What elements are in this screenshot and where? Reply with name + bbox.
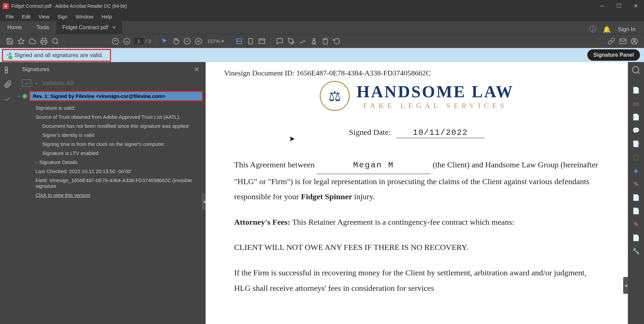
link-icon[interactable] <box>607 37 616 46</box>
create-pdf-icon[interactable]: 📄 <box>631 112 641 122</box>
panel-collapse-handle[interactable]: ◀ <box>202 193 206 210</box>
save-icon[interactable] <box>5 37 14 46</box>
stamp-icon[interactable] <box>309 37 319 46</box>
profile-icon[interactable] <box>630 37 639 46</box>
notification-icon[interactable]: 🔔 <box>603 25 611 34</box>
comment-icon[interactable] <box>275 37 284 46</box>
menu-window[interactable]: Window <box>71 12 97 21</box>
minimize-button[interactable]: ─ <box>594 0 610 12</box>
zoom-dropdown-icon[interactable]: ▾ <box>221 38 224 44</box>
convert-icon[interactable]: 📄 <box>631 233 641 242</box>
right-panel-collapse-handle[interactable]: ◀ <box>623 277 628 294</box>
svg-point-2 <box>53 38 58 43</box>
signature-details-toggle[interactable]: Signature Details <box>19 158 203 167</box>
combine-files-icon[interactable]: 📑 <box>631 139 641 149</box>
svg-line-3 <box>57 43 58 44</box>
thumbnails-icon[interactable] <box>4 66 12 74</box>
toolbar: 1 / 2 107% ▾ <box>0 34 644 48</box>
page-up-icon[interactable] <box>111 37 120 46</box>
cloud-icon[interactable] <box>28 37 37 46</box>
svg-rect-13 <box>249 38 253 44</box>
menu-file[interactable]: File <box>2 12 18 21</box>
search-tool-icon[interactable] <box>631 65 641 75</box>
menu-view[interactable]: View <box>35 12 53 21</box>
document-viewport[interactable]: Vinesign Document ID: 1656E487-0E78-4384… <box>206 62 628 324</box>
edit-pdf-icon[interactable]: ▭ <box>631 99 641 108</box>
sig-detail: Last Checked: 2022.10.11 20:13:50 -04'00… <box>19 167 203 176</box>
sig-detail: Signer's identity is valid <box>19 130 203 140</box>
tab-home[interactable]: Home <box>0 21 29 34</box>
close-button[interactable]: ✕ <box>627 0 644 12</box>
svg-marker-0 <box>18 38 24 44</box>
sig-detail: Source of Trust obtained from Adobe Appr… <box>19 112 203 121</box>
protect-icon[interactable]: 📄 <box>631 193 641 202</box>
menu-sign[interactable]: Sign <box>53 12 71 21</box>
more-tools-icon[interactable]: ✎ <box>631 220 641 229</box>
view-version-link[interactable]: Click to view this version <box>19 191 203 200</box>
settings-icon[interactable]: 🔧 <box>631 247 641 256</box>
redact-icon[interactable]: ✎ <box>631 179 641 189</box>
signature-revision-row[interactable]: › ✓ Rev. 1: Signed by Filevine <vinesign… <box>19 91 203 101</box>
sign-icon[interactable] <box>298 37 307 46</box>
sig-detail: Document has not been modified since thi… <box>19 121 203 130</box>
signatures-panel: Signatures ✕ ▭ ▾ Validate All › ✓ Rev. 1… <box>16 62 206 324</box>
tab-tools[interactable]: Tools <box>29 21 56 34</box>
signatures-panel-icon[interactable] <box>4 94 12 102</box>
search-icon[interactable] <box>51 37 60 46</box>
help-icon[interactable]: ⓘ <box>589 25 596 34</box>
tab-document[interactable]: Fidget Contract.pdf ✕ <box>56 21 122 34</box>
fit-page-icon[interactable] <box>246 37 255 46</box>
maximize-button[interactable]: ☐ <box>610 0 627 12</box>
panel-close-icon[interactable]: ✕ <box>194 65 200 73</box>
page-total: / 2 <box>146 38 151 44</box>
fill-sign-icon[interactable]: 📄 <box>631 206 641 216</box>
comment-tool-icon[interactable]: 💬 <box>631 126 641 135</box>
zoom-out-icon[interactable] <box>182 37 192 46</box>
validate-dropdown-icon[interactable]: ▾ <box>36 82 37 85</box>
menu-help[interactable]: Help <box>98 12 116 21</box>
validate-options-icon[interactable]: ▭ <box>22 79 31 87</box>
agreement-body: This Agreement between Megan M (the Clie… <box>224 157 609 296</box>
tab-close-icon[interactable]: ✕ <box>112 25 116 30</box>
sign-in-button[interactable]: Sign In <box>618 26 636 33</box>
validate-all-row[interactable]: ▭ ▾ Validate All <box>16 77 206 90</box>
compress-pdf-icon[interactable]: ◈ <box>631 166 641 175</box>
export-pdf-icon[interactable]: 📄 <box>631 86 641 95</box>
chevron-down-icon[interactable]: › <box>17 95 22 97</box>
svg-rect-1 <box>42 42 46 44</box>
body-text: injury. <box>352 192 375 201</box>
print-icon[interactable] <box>39 37 49 46</box>
signature-status-bar: ✓ Signed and all signatures are valid. S… <box>0 48 644 62</box>
svg-point-16 <box>313 38 315 40</box>
read-mode-icon[interactable] <box>257 37 267 46</box>
delete-icon[interactable] <box>321 37 330 46</box>
svg-rect-20 <box>5 67 7 70</box>
svg-point-4 <box>112 38 118 44</box>
rotate-icon[interactable] <box>332 37 341 46</box>
menu-edit[interactable]: Edit <box>18 12 35 21</box>
page-indicator: 1 / 2 <box>133 37 151 45</box>
signature-valid-icon: ✓ <box>6 52 12 59</box>
sig-detail: Signature is LTV enabled <box>19 149 203 158</box>
main-area: Signatures ✕ ▭ ▾ Validate All › ✓ Rev. 1… <box>0 62 644 324</box>
svg-point-5 <box>124 38 130 44</box>
signature-panel-button[interactable]: Signature Panel <box>587 49 640 61</box>
highlight-icon[interactable] <box>286 37 296 46</box>
sig-detail: Field: Vinesign_1656E487-0E78-4384-A338-… <box>19 176 203 191</box>
email-icon[interactable] <box>618 37 628 46</box>
firm-title: HANDSOME LAW <box>357 82 514 101</box>
zoom-in-icon[interactable] <box>194 37 203 46</box>
document-id: Vinesign Document ID: 1656E487-0E78-4384… <box>224 69 609 77</box>
page-current-input[interactable]: 1 <box>133 37 144 45</box>
selection-tool-icon[interactable] <box>160 37 169 46</box>
star-icon[interactable] <box>16 37 26 46</box>
zoom-level[interactable]: 107% ▾ <box>205 38 226 44</box>
organize-pages-icon[interactable]: ⬚ <box>631 153 641 162</box>
attachments-icon[interactable] <box>4 80 12 88</box>
page-down-icon[interactable] <box>122 37 131 46</box>
body-text: This Retainer Agreement is a contingency… <box>290 218 514 226</box>
body-text: If the Firm is successful in recovering … <box>234 265 599 296</box>
hand-tool-icon[interactable] <box>171 37 180 46</box>
fit-width-icon[interactable] <box>234 37 244 46</box>
titlebar: A Fidget Contract.pdf - Adobe Acrobat Re… <box>0 0 644 12</box>
